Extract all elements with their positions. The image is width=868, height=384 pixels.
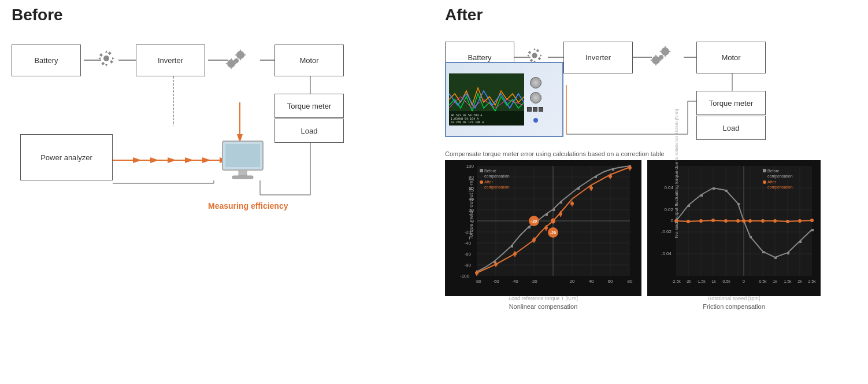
before-computer-monitor [220,140,266,186]
svg-point-23 [227,60,235,68]
left-panel: Before [0,0,433,384]
before-torque-box: Torque meter [275,94,344,118]
before-power-analyzer-box: Power analyzer [20,134,113,180]
svg-text:Before: Before [484,169,496,173]
svg-text:0.5k: 0.5k [759,279,767,283]
friction-yaxis-label: No-load output fluctuating torque due to… [674,146,679,238]
after-title: After [445,6,856,24]
after-motor-box: Motor [696,42,766,73]
svg-text:40: 40 [589,279,594,284]
svg-text:-1.5k: -1.5k [696,279,706,283]
svg-point-45 [661,47,669,56]
svg-text:2k: 2k [797,279,802,283]
before-power-analyzer-label: Power analyzer [40,153,92,162]
svg-rect-161 [787,252,789,254]
friction-xaxis-label: Rotational speed [rpm] [647,296,821,301]
svg-text:compensation: compensation [767,185,793,190]
nonlinear-chart-svg: 100 80 60 40 20 0 -20 -40 -60 -80 -100 -… [445,160,641,296]
before-title: Before [12,6,422,24]
svg-text:-20: -20 [531,219,537,223]
before-gear2-icon [220,43,251,77]
before-motor-label: Motor [299,56,318,65]
svg-text:1k: 1k [773,279,777,283]
before-load-label: Load [301,127,318,135]
svg-text:62.249 Hz   123.196 A: 62.249 Hz 123.196 A [451,120,484,124]
svg-text:After: After [767,180,776,184]
svg-text:compensation: compensation [767,174,793,179]
svg-text:20: 20 [570,279,575,284]
hioki-led [533,118,538,123]
svg-text:After: After [484,180,493,184]
svg-rect-80 [612,168,614,171]
svg-text:0.04: 0.04 [664,185,673,190]
svg-text:-0.04: -0.04 [661,251,672,256]
svg-point-208 [763,180,766,184]
svg-rect-27 [225,144,260,167]
svg-text:-20: -20 [550,231,556,235]
svg-rect-159 [762,251,765,253]
after-inverter-label: Inverter [585,53,611,62]
hioki-knob1 [530,77,541,88]
before-load-box: Load [275,119,344,143]
after-inverter-box: Inverter [563,42,633,73]
before-inverter-box: Inverter [136,45,205,76]
svg-text:compensation: compensation [484,174,510,179]
svg-text:-100: -100 [460,274,470,279]
before-motor-box: Motor [275,45,344,76]
friction-chart-title: Friction compensation [647,303,821,310]
svg-text:-60: -60 [492,279,499,284]
svg-rect-158 [750,236,752,238]
svg-marker-9 [133,157,142,163]
hioki-controls [527,77,544,123]
hioki-screen: 96.522 Hz 54.784 A 1.034kW 54.104 A 62.2… [449,73,524,125]
nonlinear-chart-container: Torque meter output [N·m] [445,160,641,310]
after-motor-label: Motor [721,53,740,62]
before-battery-label: Battery [34,56,58,65]
svg-rect-29 [232,176,253,179]
after-torque-box: Torque meter [696,91,766,115]
after-battery-label: Battery [468,53,491,62]
svg-marker-10 [150,157,159,163]
svg-point-46 [659,55,663,60]
svg-marker-11 [168,157,176,163]
svg-text:-1k: -1k [710,279,716,283]
svg-text:100: 100 [466,164,474,169]
svg-rect-155 [725,190,728,192]
svg-text:0.02: 0.02 [664,207,673,212]
nonlinear-yaxis-label: Torque meter output [N·m] [468,175,474,244]
svg-point-43 [532,53,537,58]
after-load-label: Load [723,124,740,132]
svg-rect-76 [552,209,555,211]
svg-point-44 [652,56,660,64]
before-gear1-icon [97,49,116,70]
nonlinear-chart-title: Nonlinear compensation [445,303,641,310]
svg-rect-75 [546,213,548,216]
before-torque-label: Torque meter [287,102,332,110]
svg-rect-163 [811,229,814,231]
svg-text:-0.02: -0.02 [661,229,672,234]
svg-text:compensation: compensation [484,185,510,190]
svg-point-22 [103,56,109,61]
svg-rect-73 [511,245,513,248]
svg-rect-152 [688,205,690,207]
after-load-box: Load [696,116,766,140]
charts-area: Torque meter output [N·m] [445,160,856,310]
svg-rect-79 [595,176,597,178]
before-inverter-label: Inverter [158,56,183,65]
svg-point-24 [236,51,244,59]
before-efficiency-label: Measuring efficiency [208,201,288,211]
right-panel: After [433,0,868,384]
svg-text:-0.5k: -0.5k [721,279,730,283]
svg-rect-127 [480,169,483,172]
after-gear2-icon [644,40,676,74]
svg-rect-154 [713,187,715,190]
hioki-knob2 [530,92,541,104]
svg-marker-13 [202,157,211,163]
svg-point-130 [480,180,483,184]
svg-text:Before: Before [767,169,780,173]
svg-text:-40: -40 [511,279,518,284]
svg-text:-60: -60 [464,252,471,257]
nonlinear-xaxis-label: Load reference torque T [N·m] [445,296,641,301]
hioki-buttons [527,107,544,112]
svg-text:-2.5k: -2.5k [672,279,681,283]
